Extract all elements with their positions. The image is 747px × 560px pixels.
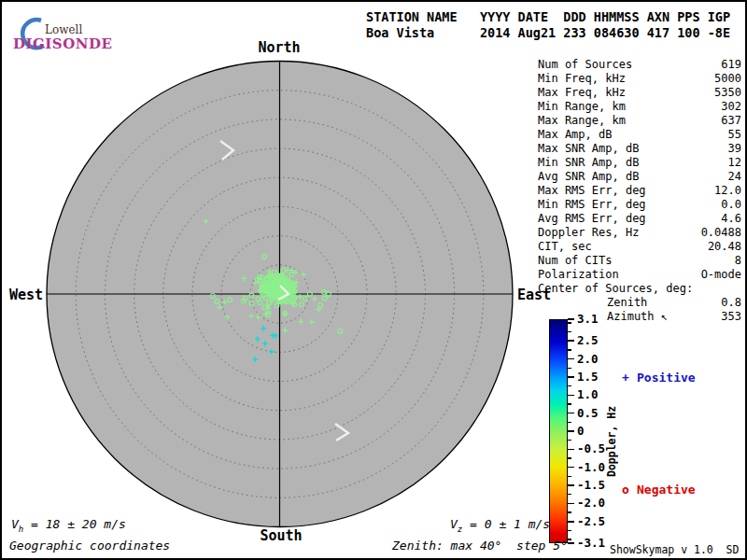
stat-row: Doppler Res, Hz0.0488	[538, 226, 741, 240]
colorbar-tick	[568, 318, 574, 320]
colorbar-tick	[568, 358, 574, 360]
stat-row: Min RMS Err, deg0.0	[538, 198, 741, 212]
circle-symbol-icon: o	[622, 483, 637, 497]
stat-row: Num of Sources619	[538, 58, 741, 72]
zenith-scale-note: Zenith: max 40° step 5°	[392, 539, 568, 553]
colorbar-tick	[568, 403, 571, 405]
software-version: ShowSkymap v 1.0 SD v 5.1	[610, 543, 747, 556]
colorbar-tick-label: 1.0	[577, 387, 599, 401]
colorbar-tick	[568, 322, 571, 324]
colorbar-tick-label: -2.5	[577, 514, 605, 528]
colorbar-tick	[568, 385, 571, 387]
stat-row: Max Freq, kHz5350	[538, 86, 741, 100]
stat-row: Avg RMS Err, deg4.6	[538, 212, 741, 226]
stat-row: Min SNR Amp, dB12	[538, 156, 741, 170]
colorbar-tick	[568, 476, 571, 478]
colorbar-tick	[568, 331, 571, 333]
colorbar-tick-label: -3.1	[577, 536, 605, 550]
legend-negative: oNegative	[622, 483, 696, 497]
stat-row: Max SNR Amp, dB39	[538, 142, 741, 156]
colorbar-tick-label: -1.0	[577, 460, 605, 474]
stat-row: CIT, sec20.48	[538, 240, 741, 254]
colorbar-tick	[568, 413, 574, 414]
colorbar-tick	[568, 511, 571, 513]
colorbar-tick	[568, 368, 571, 370]
colorbar-tick	[568, 440, 571, 441]
stat-section-header: Center of Sources, deg:	[538, 282, 741, 296]
colorbar-tick	[568, 395, 574, 397]
colorbar-tick-label: 0.5	[577, 406, 599, 420]
colorbar-tick	[568, 467, 574, 469]
colorbar-axis-label: Doppler, Hz	[605, 391, 618, 477]
legend-positive: +Positive	[622, 371, 696, 385]
colorbar-tick	[568, 449, 574, 451]
stat-row: Max RMS Err, deg12.0	[538, 184, 741, 198]
colorbar-tick-label: -0.5	[577, 441, 605, 455]
horizontal-velocity-readout: Vh = 18 ± 20 m/s	[11, 517, 126, 534]
stat-row: Max Amp, dB55	[538, 128, 741, 142]
colorbar-tick	[568, 457, 571, 459]
skymap-window: Lowell DIGISONDE STATION NAME YYYY DATE …	[0, 0, 747, 560]
stat-row: Max Range, km637	[538, 114, 741, 128]
stats-panel: Num of Sources619Min Freq, kHz5000Max Fr…	[538, 58, 741, 324]
colorbar-tick	[568, 494, 571, 496]
stat-row: PolarizationO-mode	[538, 268, 741, 282]
legend-positive-label: Positive	[637, 371, 696, 385]
colorbar-tick-label: -1.5	[577, 478, 605, 492]
doppler-colorbar	[549, 319, 568, 543]
plus-symbol-icon: +	[622, 371, 637, 385]
colorbar-tick	[568, 349, 571, 351]
colorbar-tick	[568, 340, 574, 342]
colorbar-tick	[568, 484, 574, 486]
colorbar-tick	[568, 422, 571, 424]
colorbar-tick-label: 0	[577, 424, 585, 438]
colorbar-tick-label: 3.1	[577, 312, 599, 326]
colorbar-tick-label: -2.0	[577, 496, 605, 510]
legend-negative-label: Negative	[637, 483, 696, 497]
coordinates-note: Geographic coordinates	[9, 539, 170, 553]
vertical-velocity-readout: Vz = 0 ± 1 m/s	[450, 517, 550, 534]
colorbar-tick	[568, 521, 574, 523]
colorbar-tick	[568, 542, 574, 544]
colorbar-tick	[568, 376, 574, 378]
colorbar-tick-label: 2.5	[577, 333, 599, 347]
colorbar-tick	[568, 530, 571, 532]
stat-row: Zenith0.8	[538, 296, 741, 310]
stat-row: Min Range, km302	[538, 100, 741, 114]
stat-row: Avg SNR Amp, dB24	[538, 170, 741, 184]
stat-row: Num of CITs8	[538, 254, 741, 268]
colorbar-tick	[568, 430, 574, 432]
colorbar-tick-label: 1.5	[577, 370, 599, 384]
colorbar-tick-label: 2.0	[577, 352, 599, 366]
colorbar-tick	[568, 539, 571, 540]
stat-row: Min Freq, kHz5000	[538, 72, 741, 86]
colorbar-tick	[568, 503, 574, 505]
